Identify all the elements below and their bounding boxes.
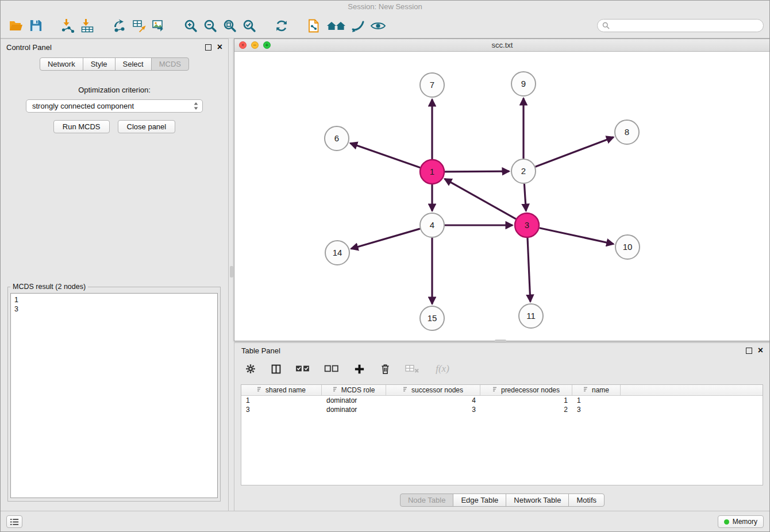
function-builder-button[interactable]: f(x) <box>432 361 453 376</box>
tab-edge-table[interactable]: Edge Table <box>453 494 506 507</box>
graph-node-3[interactable]: 3 <box>515 213 539 237</box>
mcds-result-list[interactable]: 13 <box>10 293 218 498</box>
task-history-button[interactable] <box>6 515 22 528</box>
close-table-panel-icon[interactable]: × <box>758 346 763 355</box>
tab-mcds[interactable]: MCDS <box>151 57 189 71</box>
zoom-out-button[interactable] <box>201 16 220 36</box>
import-network-button[interactable] <box>58 16 78 36</box>
close-panel-icon[interactable]: × <box>217 43 222 52</box>
table-cell[interactable]: 1 <box>572 396 621 404</box>
tab-network[interactable]: Network <box>40 57 83 71</box>
search-input[interactable] <box>597 19 764 32</box>
table-panel: Table Panel × <box>234 342 770 512</box>
node-table: shared nameMCDS rolesuccessor nodesprede… <box>241 384 763 485</box>
zoom-selected-button[interactable] <box>240 16 259 36</box>
apply-style-button[interactable] <box>349 16 368 36</box>
duplicate-network-button[interactable] <box>304 16 324 36</box>
import-network-icon <box>60 18 75 33</box>
vertical-splitter-handle[interactable] <box>230 266 233 277</box>
column-header-successor-nodes[interactable]: successor nodes <box>386 385 480 395</box>
network-window-titlebar: × − + scc.txt <box>234 39 770 52</box>
network-canvas[interactable]: 7968124314101511 <box>234 52 770 341</box>
close-window-button[interactable]: × <box>239 41 247 49</box>
column-header-predecessor-nodes[interactable]: predecessor nodes <box>480 385 572 395</box>
graph-node-2[interactable]: 2 <box>511 159 536 183</box>
table-settings-button[interactable] <box>244 362 257 376</box>
show-columns-button[interactable] <box>269 362 283 376</box>
minimize-window-button[interactable]: − <box>251 41 259 49</box>
table-cell[interactable]: 2 <box>480 406 572 414</box>
column-header-MCDS-role[interactable]: MCDS role <box>322 385 386 395</box>
column-header-shared-name[interactable]: shared name <box>241 385 322 395</box>
tab-motifs[interactable]: Motifs <box>568 494 605 507</box>
graph-node-7[interactable]: 7 <box>420 73 444 97</box>
delete-table-button[interactable] <box>403 362 421 376</box>
graph-node-6[interactable]: 6 <box>325 126 349 151</box>
graph-node-11[interactable]: 11 <box>519 304 543 328</box>
select-all-button[interactable] <box>294 362 311 376</box>
float-panel-icon[interactable] <box>205 44 211 51</box>
table-cell[interactable]: 1 <box>480 396 572 404</box>
result-item[interactable]: 1 <box>14 295 214 304</box>
graph-node-8[interactable]: 8 <box>615 120 639 144</box>
home-button[interactable] <box>324 16 349 36</box>
criterion-select[interactable]: strongly connected component <box>26 99 203 113</box>
graph-node-9[interactable]: 9 <box>511 72 536 96</box>
table-cell[interactable]: 1 <box>241 396 322 404</box>
memory-button[interactable]: Memory <box>718 515 764 528</box>
zoom-fit-button[interactable] <box>220 16 240 36</box>
graph-edge-4-14[interactable] <box>351 229 420 249</box>
tab-select[interactable]: Select <box>115 57 152 71</box>
graph-node-1[interactable]: 1 <box>420 160 444 184</box>
import-table-button[interactable] <box>78 16 97 36</box>
export-image-button[interactable] <box>149 16 168 36</box>
graph-edge-3-1[interactable] <box>445 179 516 219</box>
table-cell[interactable]: dominator <box>322 396 386 404</box>
deselect-all-button[interactable] <box>323 362 340 376</box>
add-column-button[interactable] <box>352 361 367 376</box>
graph-node-4[interactable]: 4 <box>420 213 444 237</box>
column-header-label: successor nodes <box>411 386 463 394</box>
table-header-row: shared nameMCDS rolesuccessor nodesprede… <box>241 385 763 396</box>
table-cell[interactable]: 3 <box>241 406 322 414</box>
graph-node-10[interactable]: 10 <box>615 235 640 259</box>
close-panel-button[interactable]: Close panel <box>118 120 176 133</box>
refresh-button[interactable] <box>272 16 291 36</box>
save-session-button[interactable] <box>26 16 45 36</box>
column-header-label: predecessor nodes <box>501 386 560 394</box>
graph-edge-1-2[interactable] <box>445 171 509 172</box>
main-toolbar <box>1 13 769 38</box>
table-cell[interactable]: 3 <box>572 406 621 414</box>
eye-icon <box>370 18 386 33</box>
tab-style[interactable]: Style <box>83 57 116 71</box>
float-table-panel-icon[interactable] <box>746 348 752 354</box>
graph-node-15[interactable]: 15 <box>420 306 444 330</box>
table-cell[interactable]: dominator <box>322 406 386 414</box>
network-from-table-button[interactable] <box>129 16 149 36</box>
table-cell[interactable]: 3 <box>386 406 480 414</box>
gear-icon <box>245 363 256 375</box>
tab-network-table[interactable]: Network Table <box>506 494 569 507</box>
network-graph[interactable]: 7968124314101511 <box>234 52 770 341</box>
new-network-button[interactable] <box>110 16 129 36</box>
graph-node-14[interactable]: 14 <box>325 241 349 265</box>
open-session-button[interactable] <box>6 16 26 36</box>
run-mcds-button[interactable]: Run MCDS <box>53 120 110 133</box>
graph-edge-3-10[interactable] <box>540 228 614 244</box>
graph-edge-3-11[interactable] <box>528 238 530 302</box>
result-item[interactable]: 3 <box>14 304 214 314</box>
table-row[interactable]: 3dominator323 <box>241 405 763 414</box>
toggle-visibility-button[interactable] <box>368 16 388 36</box>
delete-column-button[interactable] <box>378 361 392 376</box>
maximize-window-button[interactable]: + <box>263 41 271 49</box>
column-header-name[interactable]: name <box>572 385 621 395</box>
table-row[interactable]: 1dominator411 <box>241 396 763 405</box>
table-delete-icon <box>405 364 419 374</box>
graph-edge-2-3[interactable] <box>524 184 526 211</box>
graph-edge-1-6[interactable] <box>351 143 421 168</box>
tab-node-table[interactable]: Node Table <box>400 494 454 507</box>
zoom-in-button[interactable] <box>181 16 201 36</box>
table-cell[interactable]: 4 <box>386 396 480 404</box>
graph-edge-2-8[interactable] <box>536 137 614 167</box>
new-network-icon <box>112 18 127 33</box>
